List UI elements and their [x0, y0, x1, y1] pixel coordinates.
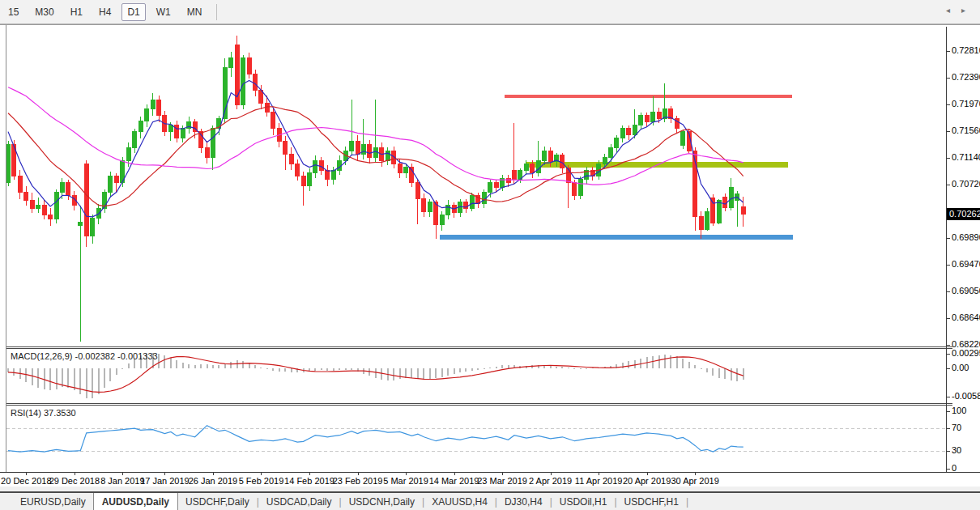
axis-tick	[947, 397, 950, 397]
macd-histogram-bar	[628, 361, 629, 368]
macd-histogram-bar	[441, 368, 443, 377]
chart-tab-usdcad-daily[interactable]: USDCAD,Daily	[259, 493, 339, 510]
timeframe-button-15[interactable]: 15	[2, 3, 24, 21]
macd-histogram-bar	[236, 360, 238, 368]
candle-body	[368, 144, 372, 157]
timeframe-button-h4[interactable]: H4	[93, 3, 117, 21]
macd-histogram-bar	[339, 368, 340, 370]
candle-body	[506, 178, 510, 183]
macd-histogram-bar	[701, 368, 702, 369]
macd-histogram-bar	[170, 358, 172, 368]
candle-body	[126, 147, 130, 160]
candle-body	[241, 58, 245, 105]
chart-tab-usdoil-h1[interactable]: USDOil,H1	[552, 493, 615, 510]
candle-body	[494, 183, 498, 188]
chart-tab-eurusd-daily[interactable]: EURUSD,Daily	[13, 493, 93, 510]
chart-tab-usdchf-daily[interactable]: USDCHF,Daily	[178, 493, 257, 510]
toolbar-separator	[216, 4, 217, 20]
macd-histogram-bar	[272, 368, 274, 371]
chart-tab-audusd-daily[interactable]: AUDUSD,Daily	[93, 493, 178, 510]
chart-tab-xauusd-h4[interactable]: XAUUSD,H4	[424, 493, 495, 510]
candle-body	[30, 200, 34, 208]
price-axis-label: 0.69890	[952, 232, 980, 242]
candle-body	[247, 58, 251, 74]
timeframe-button-h1[interactable]: H1	[65, 3, 88, 21]
macd-histogram-bar	[670, 355, 671, 368]
candle-body	[313, 160, 317, 173]
date-axis[interactable]: 20 Dec 201829 Dec 20188 Jan 201917 Jan 2…	[0, 472, 980, 487]
macd-histogram-bar	[465, 368, 467, 372]
chart-tab-usdcnh-daily[interactable]: USDCNH,Daily	[342, 493, 422, 510]
candle-body	[18, 176, 22, 193]
date-label: 30 Apr 2019	[671, 476, 718, 486]
candle-body	[470, 196, 474, 209]
candle-body	[627, 129, 631, 135]
tab-scroll-arrows: ◂▸	[946, 6, 977, 15]
macd-histogram-bar	[688, 362, 690, 368]
chart-tab-usdchf-h1[interactable]: USDCHF,H1	[617, 493, 686, 510]
candle-body	[60, 183, 64, 193]
tab-scroll-right-icon[interactable]: ▸	[961, 6, 977, 15]
date-tick	[261, 473, 262, 475]
chart-tab-dj30-h4[interactable]: DJ30,H4	[497, 493, 550, 510]
macd-histogram-bar	[724, 368, 726, 379]
support-line[interactable]	[440, 235, 793, 240]
macd-histogram-bar	[706, 368, 708, 372]
price-axis-label: 0.72390	[952, 72, 980, 82]
macd-histogram-bar	[676, 356, 678, 368]
macd-histogram-bar	[67, 368, 69, 388]
macd-histogram-bar	[182, 363, 184, 368]
price-axis-label: 0.72810	[952, 45, 980, 55]
macd-histogram-bar	[176, 360, 177, 368]
date-label: 20 Apr 2019	[623, 476, 671, 486]
candle-body	[49, 215, 53, 219]
macd-histogram-bar	[86, 368, 87, 398]
candle-body	[36, 206, 40, 209]
pane-separator[interactable]	[6, 403, 952, 404]
date-label: 11 Apr 2019	[575, 476, 623, 486]
rsi-line	[8, 426, 744, 453]
macd-histogram-bar	[634, 360, 636, 368]
candle-body	[145, 109, 149, 121]
axis-tick	[947, 469, 950, 470]
resistance-line[interactable]	[505, 95, 792, 98]
date-tick	[599, 473, 599, 475]
axis-tick	[947, 51, 950, 52]
rsi-label: RSI(14) 37.3530	[11, 408, 76, 418]
rsi-indicator-pane[interactable]	[6, 406, 946, 472]
macd-histogram-bar	[586, 368, 587, 369]
timeframe-button-m30[interactable]: M30	[29, 3, 59, 21]
tab-separator: |	[686, 493, 688, 510]
candle-body	[512, 170, 516, 180]
rsi-axis-label: 0	[952, 463, 957, 472]
price-axis[interactable]: 0.728100.723900.719700.715600.711400.707…	[946, 27, 980, 472]
candle-body	[488, 183, 492, 193]
timeframe-button-mn[interactable]: MN	[181, 3, 208, 21]
macd-histogram-bar	[718, 368, 720, 378]
date-label: 8 Jan 2019	[100, 476, 144, 486]
date-label: 5 Feb 2019	[239, 476, 284, 486]
date-tick	[213, 473, 214, 475]
candle-body	[6, 144, 11, 182]
macd-histogram-bar	[242, 361, 244, 368]
candle-body	[114, 176, 118, 183]
candle-body	[326, 170, 330, 180]
macd-histogram-bar	[56, 368, 58, 389]
axis-tick	[947, 265, 950, 266]
date-label: 17 Jan 2019	[140, 476, 190, 486]
timeframe-button-w1[interactable]: W1	[151, 3, 177, 21]
candle-body	[91, 218, 95, 236]
candle-body	[319, 160, 323, 170]
macd-histogram-bar	[25, 368, 27, 382]
pane-separator[interactable]	[6, 346, 952, 347]
current-price-badge: 0.70262	[947, 208, 980, 220]
macd-histogram-bar	[200, 364, 202, 368]
macd-histogram-bar	[694, 365, 696, 368]
candle-body	[578, 180, 582, 196]
main-price-chart[interactable]	[6, 27, 946, 346]
tab-scroll-left-icon[interactable]: ◂	[946, 6, 961, 15]
timeframe-button-d1[interactable]: D1	[121, 3, 145, 21]
macd-histogram-bar	[658, 355, 660, 368]
macd-histogram-bar	[351, 368, 352, 370]
macd-histogram-bar	[121, 368, 123, 369]
